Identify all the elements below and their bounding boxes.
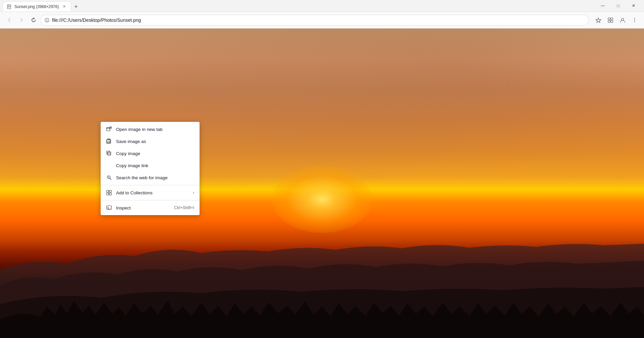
open-in-new-icon bbox=[106, 126, 112, 132]
collections-icon bbox=[106, 190, 112, 196]
copy-image-icon bbox=[106, 150, 112, 156]
menu-item-label-open-image-new-tab: Open image in new tab bbox=[116, 127, 194, 132]
address-security-icon bbox=[45, 18, 49, 22]
menu-item-save-image-as[interactable]: Save image as bbox=[101, 135, 200, 147]
inspect-icon bbox=[106, 205, 112, 211]
new-tab-button[interactable]: + bbox=[71, 2, 80, 11]
active-tab[interactable]: Sunset.png (3968×2976) ✕ bbox=[3, 1, 71, 11]
forward-button[interactable] bbox=[16, 15, 27, 26]
menu-item-add-to-collections[interactable]: Add to Collections › bbox=[101, 187, 200, 199]
window-controls: — □ ✕ bbox=[595, 0, 641, 12]
tab-page-icon bbox=[7, 4, 12, 9]
favorites-button[interactable] bbox=[593, 15, 604, 26]
menu-separator-2 bbox=[101, 200, 200, 200]
svg-point-13 bbox=[634, 19, 635, 20]
svg-line-17 bbox=[109, 127, 111, 129]
back-button[interactable] bbox=[4, 15, 15, 26]
svg-rect-9 bbox=[608, 20, 610, 22]
nav-bar: file:///C:/Users/Desktop/Photos/Sunset.p… bbox=[0, 12, 644, 29]
svg-rect-29 bbox=[107, 193, 109, 195]
mountains bbox=[0, 208, 644, 338]
tab-area: Sunset.png (3968×2976) ✕ + bbox=[3, 0, 592, 11]
toolbar-right bbox=[593, 15, 640, 26]
menu-separator-1 bbox=[101, 185, 200, 185]
title-bar: Sunset.png (3968×2976) ✕ + — □ ✕ bbox=[0, 0, 644, 12]
menu-item-copy-image-link[interactable]: Copy image link bbox=[101, 159, 200, 172]
svg-rect-19 bbox=[108, 142, 110, 143]
svg-line-25 bbox=[110, 179, 111, 180]
save-icon bbox=[106, 138, 112, 144]
menu-item-copy-image[interactable]: Copy image bbox=[101, 147, 200, 159]
context-menu: Open image in new tab Save image as bbox=[101, 122, 200, 215]
maximize-button[interactable]: □ bbox=[610, 0, 626, 12]
svg-rect-15 bbox=[107, 128, 110, 131]
menu-item-open-image-new-tab[interactable]: Open image in new tab bbox=[101, 123, 200, 135]
menu-button[interactable] bbox=[629, 15, 640, 26]
image-viewport: Open image in new tab Save image as bbox=[0, 29, 644, 338]
svg-rect-16 bbox=[107, 128, 110, 129]
svg-rect-27 bbox=[107, 190, 109, 192]
inspect-shortcut: Ctrl+Shift+I bbox=[174, 205, 194, 210]
menu-item-label-inspect: Inspect bbox=[116, 205, 170, 210]
svg-point-12 bbox=[634, 18, 635, 18]
tab-title: Sunset.png (3968×2976) bbox=[14, 4, 59, 9]
svg-point-6 bbox=[47, 19, 47, 19]
svg-rect-31 bbox=[107, 206, 111, 209]
svg-point-14 bbox=[634, 21, 635, 22]
refresh-button[interactable] bbox=[28, 15, 39, 26]
tab-close-button[interactable]: ✕ bbox=[61, 4, 67, 9]
address-text: file:///C:/Users/Desktop/Photos/Sunset.p… bbox=[52, 17, 585, 23]
menu-item-label-copy-image-link: Copy image link bbox=[116, 163, 194, 168]
address-bar[interactable]: file:///C:/Users/Desktop/Photos/Sunset.p… bbox=[40, 15, 589, 26]
svg-rect-7 bbox=[608, 18, 610, 20]
minimize-button[interactable]: — bbox=[595, 0, 610, 12]
submenu-arrow-icon: › bbox=[193, 190, 194, 195]
menu-item-label-copy-image: Copy image bbox=[116, 151, 194, 156]
menu-item-inspect[interactable]: Inspect Ctrl+Shift+I bbox=[101, 202, 200, 214]
menu-item-search-web[interactable]: Search the web for image bbox=[101, 172, 200, 184]
profile-button[interactable] bbox=[617, 15, 628, 26]
svg-rect-10 bbox=[611, 20, 613, 22]
menu-item-label-save-image-as: Save image as bbox=[116, 139, 194, 144]
close-button[interactable]: ✕ bbox=[626, 0, 641, 12]
browser-frame: Sunset.png (3968×2976) ✕ + — □ ✕ file://… bbox=[0, 0, 644, 338]
search-web-icon bbox=[106, 175, 112, 181]
menu-item-label-search-web: Search the web for image bbox=[116, 175, 194, 180]
menu-item-label-add-to-collections: Add to Collections bbox=[116, 190, 189, 195]
svg-rect-8 bbox=[611, 18, 613, 20]
svg-rect-28 bbox=[109, 190, 111, 192]
svg-rect-30 bbox=[109, 193, 111, 195]
collections-button[interactable] bbox=[605, 15, 616, 26]
